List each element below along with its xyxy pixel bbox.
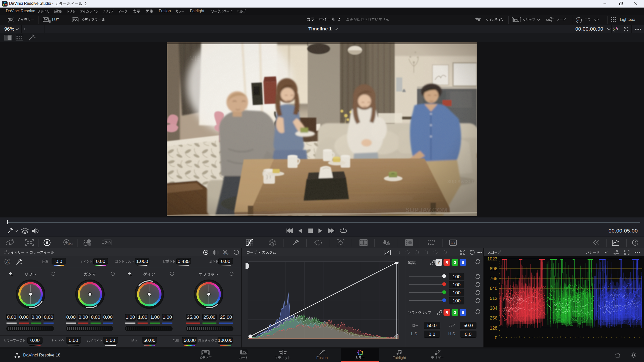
svg-text:HDR: HDR [68, 243, 72, 246]
svg-text:fx: fx [577, 19, 580, 22]
svg-text:3D: 3D [451, 241, 455, 245]
svg-text:LOG: LOG [224, 253, 228, 255]
